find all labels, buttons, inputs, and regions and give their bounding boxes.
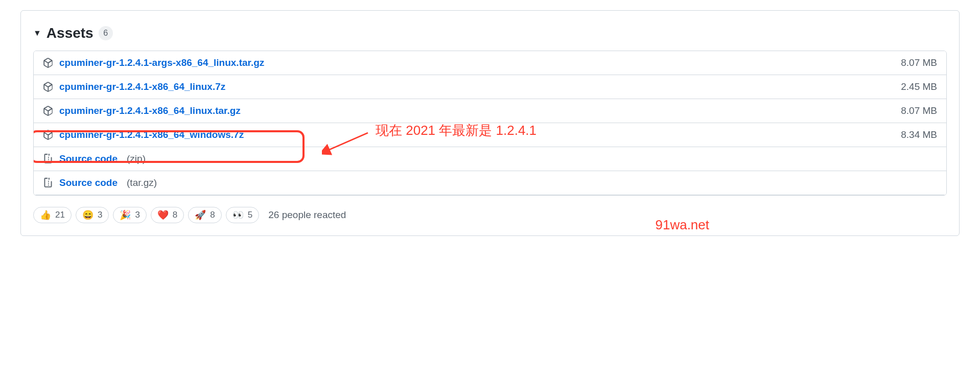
heart-emoji: ❤️ [157,209,169,221]
asset-row: cpuminer-gr-1.2.4.1-args-x86_64_linux.ta… [34,51,946,75]
asset-row: cpuminer-gr-1.2.4.1-x86_64_linux.tar.gz … [34,99,946,123]
asset-list: cpuminer-gr-1.2.4.1-args-x86_64_linux.ta… [33,51,947,196]
laugh-emoji: 😄 [82,209,94,221]
reaction-button[interactable]: 👍 21 [33,207,72,223]
asset-link[interactable]: Source code [59,153,118,164]
asset-row: cpuminer-gr-1.2.4.1-x86_64_windows.7z 8.… [34,123,946,147]
thumbs-up-emoji: 👍 [40,209,51,221]
reaction-button[interactable]: ❤️ 8 [151,207,184,223]
asset-link[interactable]: cpuminer-gr-1.2.4.1-x86_64_windows.7z [59,129,244,140]
asset-row: Source code (tar.gz) [34,171,946,195]
zip-icon [43,154,53,164]
asset-size: 8.07 MB [901,105,937,116]
package-icon [43,82,53,92]
asset-size: 8.07 MB [901,57,937,68]
reaction-button[interactable]: 🎉 3 [113,207,146,223]
reaction-summary: 26 people reacted [268,209,346,221]
rocket-emoji: 🚀 [195,209,206,221]
tada-emoji: 🎉 [120,209,131,221]
reactions-bar: 👍 21 😄 3 🎉 3 ❤️ 8 🚀 8 👀 5 [33,207,947,223]
reaction-button[interactable]: 👀 5 [226,207,259,223]
assets-count-badge: 6 [99,26,113,40]
assets-header[interactable]: ▼ Assets 6 [33,11,947,51]
reaction-count: 5 [248,210,252,220]
asset-row: cpuminer-gr-1.2.4.1-x86_64_linux.7z 2.45… [34,75,946,99]
reaction-count: 21 [55,210,65,220]
asset-link[interactable]: Source code [59,177,118,188]
package-icon [43,58,53,68]
assets-title: Assets [46,25,94,41]
package-icon [43,106,53,116]
asset-size: 8.34 MB [901,129,937,140]
chevron-down-icon: ▼ [33,29,41,38]
asset-meta: (tar.gz) [127,177,157,188]
package-icon [43,130,53,140]
reaction-count: 8 [173,210,177,220]
zip-icon [43,178,53,188]
reaction-count: 3 [135,210,139,220]
asset-meta: (zip) [127,153,146,164]
eyes-emoji: 👀 [232,209,244,221]
reaction-button[interactable]: 😄 3 [76,207,109,223]
asset-size: 2.45 MB [901,81,937,92]
asset-link[interactable]: cpuminer-gr-1.2.4.1-x86_64_linux.tar.gz [59,105,241,116]
reaction-button[interactable]: 🚀 8 [188,207,221,223]
release-container: ▼ Assets 6 cpuminer-gr-1.2.4.1-args-x86_… [20,10,960,236]
reaction-count: 3 [98,210,102,220]
asset-row: Source code (zip) [34,147,946,171]
asset-link[interactable]: cpuminer-gr-1.2.4.1-x86_64_linux.7z [59,81,225,92]
asset-link[interactable]: cpuminer-gr-1.2.4.1-args-x86_64_linux.ta… [59,57,264,68]
reaction-count: 8 [210,210,215,220]
